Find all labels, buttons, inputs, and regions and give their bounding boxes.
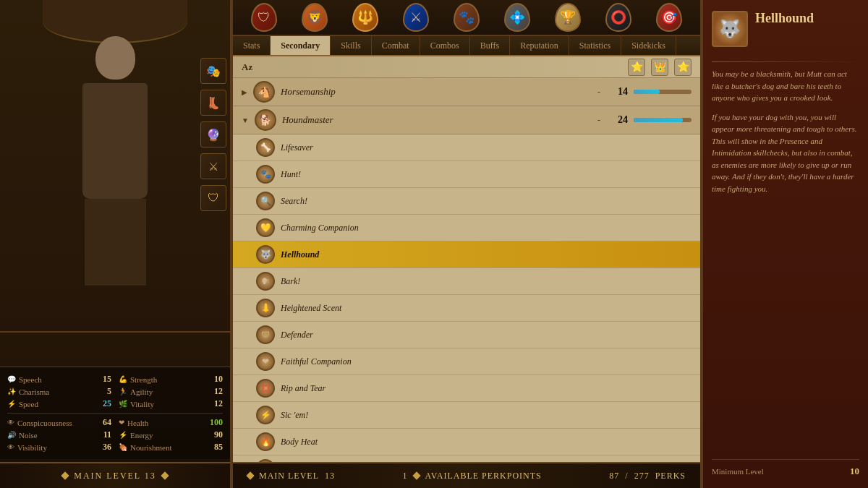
heightened-icon: 👃 bbox=[256, 299, 275, 317]
shield-icon-9: 🎯 bbox=[656, 3, 682, 32]
filter-icon-crown[interactable]: 👑 bbox=[651, 59, 668, 76]
shield-icon-6: 💠 bbox=[504, 3, 530, 32]
main-level-text: MAIN LEVEL 13 bbox=[74, 471, 156, 481]
skills-list[interactable]: ▶ 🐴 Horsemanship - 14 ▼ 🐕 Houndmaster - … bbox=[233, 78, 700, 462]
sic-icon: ⚡ bbox=[256, 406, 275, 424]
equip-icon-2[interactable]: 👢 bbox=[200, 90, 226, 116]
perks-total: 277 bbox=[634, 471, 650, 481]
tab-icon-8[interactable]: ⭕ bbox=[602, 2, 635, 33]
charming-name: Charming Companion bbox=[281, 223, 359, 234]
agility-value: 12 bbox=[214, 386, 223, 397]
lifesaver-icon: 🦴 bbox=[256, 138, 275, 157]
filter-bar: Az ⭐ 👑 ⭐ bbox=[233, 56, 700, 78]
stats-right-col: 💪 Strength 10 🏃 Agility 12 bbox=[119, 373, 223, 410]
level-diamond-status bbox=[246, 471, 254, 479]
tab-secondary[interactable]: Secondary bbox=[271, 36, 331, 55]
skill-lifesaver[interactable]: 🦴 Lifesaver bbox=[233, 134, 700, 161]
horsemanship-name: Horsemanship bbox=[281, 86, 592, 98]
shield-icon-5: 🐾 bbox=[454, 3, 480, 32]
tab-combat[interactable]: Combat bbox=[372, 36, 420, 55]
level-diamond-right bbox=[161, 471, 169, 479]
houndmaster-icon: 🐕 bbox=[255, 109, 276, 131]
tab-icon-4[interactable]: ⚔ bbox=[399, 2, 433, 33]
horsemanship-icon: 🐴 bbox=[253, 81, 275, 103]
detail-description: You may be a blacksmith, but Mutt can ac… bbox=[712, 68, 859, 202]
perk-section: 1 AVAILABLE PERKPOINTS bbox=[403, 471, 542, 481]
tab-icon-5[interactable]: 🐾 bbox=[450, 2, 483, 33]
bodyheat-name: Body Heat bbox=[281, 437, 318, 448]
skill-charming[interactable]: 💛 Charming Companion bbox=[233, 215, 700, 241]
main-level-label: MAIN LEVEL bbox=[259, 471, 319, 481]
skill-heightened[interactable]: 👃 Heightened Scent bbox=[233, 295, 700, 322]
hunt-icon: 🐾 bbox=[256, 165, 275, 184]
detail-footer: Minimum Level 10 bbox=[712, 459, 859, 477]
toggle-horsemanship[interactable]: ▶ bbox=[242, 88, 247, 96]
skill-search[interactable]: 🔍 Search! bbox=[233, 188, 700, 215]
rip-name: Rip and Tear bbox=[281, 383, 326, 394]
defender-icon: 🛡 bbox=[256, 325, 275, 344]
skill-hunt[interactable]: 🐾 Hunt! bbox=[233, 161, 700, 188]
perks-sep: / bbox=[625, 471, 628, 481]
char-leg-right bbox=[116, 199, 143, 286]
rip-icon: 💢 bbox=[256, 379, 275, 398]
char-head bbox=[95, 36, 135, 80]
shield-icon-3: 🔱 bbox=[352, 3, 378, 32]
char-legs bbox=[85, 199, 146, 286]
faithful-icon: ❤ bbox=[256, 352, 275, 371]
shield-icon-2: 🦁 bbox=[302, 3, 328, 32]
skill-rip[interactable]: 💢 Rip and Tear bbox=[233, 375, 700, 402]
filter-icon-star[interactable]: ⭐ bbox=[628, 59, 645, 76]
skill-defender[interactable]: 🛡 Defender bbox=[233, 322, 700, 348]
tab-icon-3[interactable]: 🔱 bbox=[349, 2, 382, 33]
equip-icon-3[interactable]: 🔮 bbox=[200, 121, 226, 147]
tab-sidekicks[interactable]: Sidekicks bbox=[621, 36, 676, 55]
energy-icon: ⚡ bbox=[119, 431, 127, 439]
tab-icon-1[interactable]: 🛡 bbox=[247, 2, 281, 33]
conspicuousness-icon: 👁 bbox=[7, 419, 14, 427]
visibility-value: 36 bbox=[103, 442, 111, 453]
horsemanship-dash: - bbox=[597, 86, 600, 98]
detail-header: 🐺 Hellhound bbox=[712, 11, 859, 47]
perkpoints-val: 1 bbox=[403, 471, 408, 481]
vitality-icon: 🌿 bbox=[119, 400, 127, 408]
level-bar: MAIN LEVEL 13 bbox=[0, 462, 230, 488]
skill-bark[interactable]: 🗣 Bark! bbox=[233, 268, 700, 295]
stats-left-col: 💬 Speech 15 ✨ Charisma 5 bbox=[7, 373, 111, 410]
nourishment-icon: 🍖 bbox=[119, 443, 127, 451]
tab-combos[interactable]: Combos bbox=[420, 36, 470, 55]
main-level-val: 13 bbox=[325, 471, 335, 481]
tab-buffs[interactable]: Buffs bbox=[470, 36, 510, 55]
skill-group-horsemanship[interactable]: ▶ 🐴 Horsemanship - 14 bbox=[233, 78, 700, 106]
tab-icon-2[interactable]: 🦁 bbox=[298, 2, 331, 33]
equip-icon-1[interactable]: 🎭 bbox=[200, 58, 226, 84]
skill-hellhound[interactable]: 🐺 Hellhound bbox=[233, 241, 700, 268]
skill-body-heat[interactable]: 🔥 Body Heat bbox=[233, 429, 700, 455]
detail-title: Hellhound bbox=[755, 11, 814, 26]
stat-speed: ⚡ Speed 25 bbox=[7, 398, 111, 410]
equip-icons: 🎭 👢 🔮 ⚔ 🛡 bbox=[200, 58, 226, 211]
char-leg-left bbox=[85, 199, 112, 286]
equip-icon-5[interactable]: 🛡 bbox=[200, 185, 226, 211]
tab-statistics[interactable]: Statistics bbox=[569, 36, 621, 55]
skill-faithful[interactable]: ❤ Faithful Companion bbox=[233, 348, 700, 375]
stat-charisma: ✨ Charisma 5 bbox=[7, 385, 111, 398]
tab-stats[interactable]: Stats bbox=[233, 36, 271, 55]
speed-value: 25 bbox=[103, 398, 111, 409]
tab-skills[interactable]: Skills bbox=[331, 36, 371, 55]
stats-right-col-2: ❤ Health 100 ⚡ Energy 90 bbox=[119, 416, 223, 453]
perkpoints-label: AVAILABLE PERKPOINTS bbox=[425, 471, 542, 481]
tab-icon-7[interactable]: 🏆 bbox=[551, 2, 584, 33]
skill-sic[interactable]: ⚡ Sic 'em! bbox=[233, 402, 700, 429]
tab-reputation[interactable]: Reputation bbox=[510, 36, 569, 55]
skill-loyal[interactable]: 🌟 Loyal Companion bbox=[233, 455, 700, 462]
tab-icon-6[interactable]: 💠 bbox=[501, 2, 534, 33]
equip-icon-4[interactable]: ⚔ bbox=[200, 153, 226, 179]
skill-group-houndmaster[interactable]: ▼ 🐕 Houndmaster - 24 bbox=[233, 106, 700, 134]
toggle-houndmaster[interactable]: ▼ bbox=[242, 116, 249, 124]
filter-icon-star2[interactable]: ⭐ bbox=[674, 59, 692, 76]
tab-icon-9[interactable]: 🎯 bbox=[652, 2, 686, 33]
detail-creature-icon: 🐺 bbox=[712, 11, 748, 47]
visibility-icon: 👁 bbox=[7, 443, 14, 451]
detail-desc-2: If you have your dog with you, you will … bbox=[712, 111, 859, 195]
left-panel: 🎭 👢 🔮 ⚔ 🛡 💬 Speech 15 bbox=[0, 0, 231, 488]
